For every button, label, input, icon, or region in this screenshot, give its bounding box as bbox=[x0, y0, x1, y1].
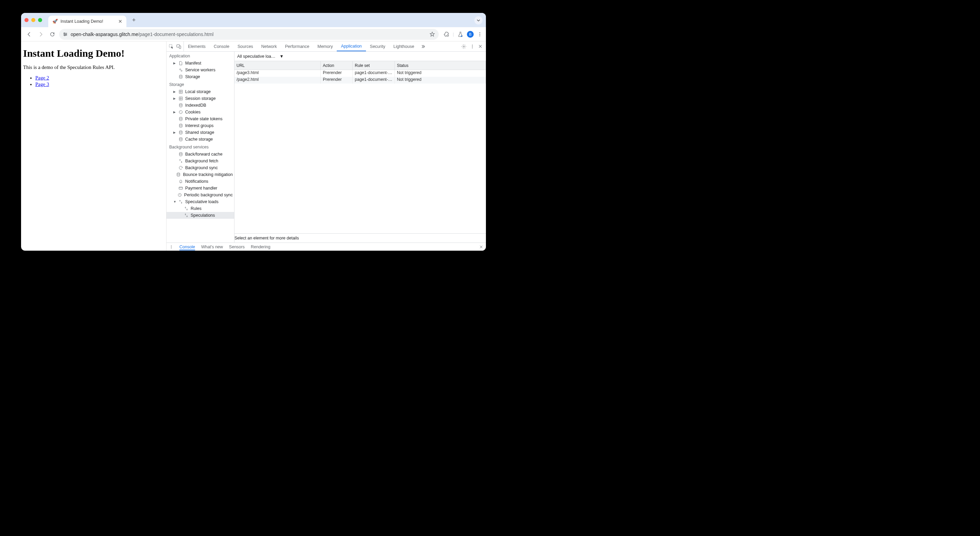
svg-point-32 bbox=[171, 247, 172, 247]
drawer-tab-what-s-new[interactable]: What's new bbox=[201, 245, 223, 249]
sidebar-item-background-sync[interactable]: Background sync bbox=[167, 164, 234, 171]
sidebar-item-bounce-tracking-mitigation[interactable]: Bounce tracking mitigation bbox=[167, 171, 234, 178]
sidebar-item-service-workers[interactable]: Service workers bbox=[167, 67, 234, 73]
sidebar-item-payment-handler[interactable]: Payment handler bbox=[167, 185, 234, 192]
page-link[interactable]: Page 2 bbox=[35, 75, 49, 81]
address-bar[interactable]: open-chalk-asparagus.glitch.me/page1-doc… bbox=[59, 29, 439, 40]
reload-button[interactable] bbox=[48, 30, 57, 39]
sidebar-item-session-storage[interactable]: ▶Session storage bbox=[167, 95, 234, 102]
close-drawer-icon[interactable] bbox=[479, 245, 483, 249]
sidebar-item-storage[interactable]: Storage bbox=[167, 73, 234, 80]
panel-tab-memory[interactable]: Memory bbox=[313, 41, 337, 51]
sidebar-item-label: Background sync bbox=[185, 165, 218, 170]
sidebar-item-shared-storage[interactable]: ▶Shared storage bbox=[167, 129, 234, 136]
db-icon bbox=[178, 130, 183, 135]
profile-avatar[interactable]: B bbox=[467, 31, 474, 38]
maximize-window-button[interactable] bbox=[38, 18, 42, 22]
svg-point-25 bbox=[179, 131, 182, 132]
speculations-filter-dropdown[interactable]: All speculative loa… ▼ bbox=[237, 54, 284, 59]
sidebar-item-manifest[interactable]: ▶Manifest bbox=[167, 60, 234, 67]
drawer-menu-icon[interactable] bbox=[169, 245, 173, 249]
page-paragraph: This is a demo of the Speculation Rules … bbox=[23, 65, 163, 70]
bookmark-icon[interactable] bbox=[429, 31, 435, 37]
sidebar-item-periodic-background-sync[interactable]: Periodic background sync bbox=[167, 192, 234, 198]
labs-icon[interactable] bbox=[457, 31, 463, 37]
sidebar-item-local-storage[interactable]: ▶Local storage bbox=[167, 88, 234, 95]
settings-icon[interactable] bbox=[461, 44, 466, 49]
sidebar-item-label: Speculations bbox=[191, 213, 215, 218]
grid-icon bbox=[178, 89, 183, 94]
panel-tab-sources[interactable]: Sources bbox=[234, 41, 257, 51]
browser-tab[interactable]: 🚀 Instant Loading Demo! ✕ bbox=[48, 16, 126, 27]
page-links-list: Page 2 Page 3 bbox=[23, 75, 163, 87]
drawer-tab-console[interactable]: Console bbox=[180, 245, 195, 250]
close-tab-icon[interactable]: ✕ bbox=[118, 19, 123, 24]
close-window-button[interactable] bbox=[24, 18, 29, 22]
column-ruleset[interactable]: Rule set bbox=[353, 61, 395, 70]
table-row[interactable]: /page2.htmlPrerenderpage1-document-…Not … bbox=[234, 77, 486, 84]
forward-button[interactable] bbox=[36, 30, 46, 39]
sidebar-item-rules[interactable]: Rules bbox=[167, 205, 234, 212]
chrome-menu-icon[interactable] bbox=[477, 32, 482, 37]
sidebar-item-indexeddb[interactable]: IndexedDB bbox=[167, 102, 234, 109]
sidebar-item-interest-groups[interactable]: Interest groups bbox=[167, 122, 234, 129]
panel-tab-elements[interactable]: Elements bbox=[184, 41, 210, 51]
gears-icon bbox=[178, 68, 183, 72]
panel-tab-security[interactable]: Security bbox=[366, 41, 390, 51]
new-tab-button[interactable]: + bbox=[129, 17, 138, 24]
db-icon bbox=[178, 123, 183, 128]
column-action[interactable]: Action bbox=[321, 61, 353, 70]
panel-tab-application[interactable]: Application bbox=[337, 41, 366, 51]
sidebar-item-background-fetch[interactable]: Background fetch bbox=[167, 157, 234, 164]
sidebar-item-cookies[interactable]: ▶Cookies bbox=[167, 109, 234, 116]
page-link[interactable]: Page 3 bbox=[35, 81, 49, 87]
svg-point-19 bbox=[179, 103, 182, 105]
device-toggle-icon[interactable] bbox=[176, 44, 181, 49]
panel-tab-lighthouse[interactable]: Lighthouse bbox=[390, 41, 418, 51]
svg-point-1 bbox=[65, 33, 67, 35]
devtools-body: Application▶ManifestService workersStora… bbox=[167, 52, 486, 243]
minimize-window-button[interactable] bbox=[31, 18, 35, 22]
close-devtools-icon[interactable] bbox=[478, 44, 482, 49]
devtools-menu-icon[interactable] bbox=[470, 44, 475, 49]
inspect-element-icon[interactable] bbox=[169, 44, 174, 49]
sidebar-item-speculations[interactable]: Speculations bbox=[167, 212, 234, 219]
site-controls-icon[interactable] bbox=[62, 32, 68, 37]
sidebar-item-back-forward-cache[interactable]: Back/forward cache bbox=[167, 151, 234, 157]
expand-arrow-icon: ▶ bbox=[173, 131, 176, 134]
sidebar-item-speculative-loads[interactable]: ▼Speculative loads bbox=[167, 198, 234, 205]
column-status[interactable]: Status bbox=[395, 61, 486, 70]
svg-point-10 bbox=[463, 46, 465, 47]
back-button[interactable] bbox=[24, 30, 34, 39]
cell-url: /page3.html bbox=[234, 70, 321, 77]
more-tabs-icon[interactable] bbox=[418, 41, 428, 51]
cookie-icon bbox=[178, 110, 183, 115]
reload-icon bbox=[49, 32, 55, 37]
toolbar: open-chalk-asparagus.glitch.me/page1-doc… bbox=[21, 27, 486, 41]
svg-rect-9 bbox=[179, 46, 181, 49]
tab-search-button[interactable] bbox=[474, 16, 482, 24]
sidebar-item-private-state-tokens[interactable]: Private state tokens bbox=[167, 116, 234, 122]
speculations-filter-bar: All speculative loa… ▼ bbox=[234, 52, 486, 61]
extensions-icon[interactable] bbox=[444, 31, 450, 37]
card-icon bbox=[178, 186, 183, 191]
panel-tab-performance[interactable]: Performance bbox=[281, 41, 313, 51]
panel-tab-console[interactable]: Console bbox=[210, 41, 234, 51]
column-url[interactable]: URL bbox=[234, 61, 321, 70]
svg-point-26 bbox=[179, 138, 182, 139]
panel-tab-network[interactable]: Network bbox=[257, 41, 281, 51]
drawer-tab-rendering[interactable]: Rendering bbox=[251, 245, 270, 249]
sidebar-item-cache-storage[interactable]: Cache storage bbox=[167, 136, 234, 143]
devtools: ElementsConsoleSourcesNetworkPerformance… bbox=[167, 41, 486, 251]
speculations-table-body: /page3.htmlPrerenderpage1-document-…Not … bbox=[234, 70, 486, 233]
devtools-drawer: ConsoleWhat's newSensorsRendering bbox=[167, 243, 486, 251]
arrows-icon bbox=[183, 213, 189, 218]
sidebar-item-notifications[interactable]: Notifications bbox=[167, 178, 234, 185]
drawer-tab-sensors[interactable]: Sensors bbox=[229, 245, 245, 249]
application-main: All speculative loa… ▼ URL Action Rule s… bbox=[234, 52, 486, 243]
svg-point-0 bbox=[64, 33, 65, 33]
expand-arrow-icon: ▶ bbox=[173, 110, 176, 114]
sidebar-item-label: Notifications bbox=[185, 179, 208, 184]
table-row[interactable]: /page3.htmlPrerenderpage1-document-…Not … bbox=[234, 70, 486, 77]
arrow-left-icon bbox=[26, 31, 32, 37]
